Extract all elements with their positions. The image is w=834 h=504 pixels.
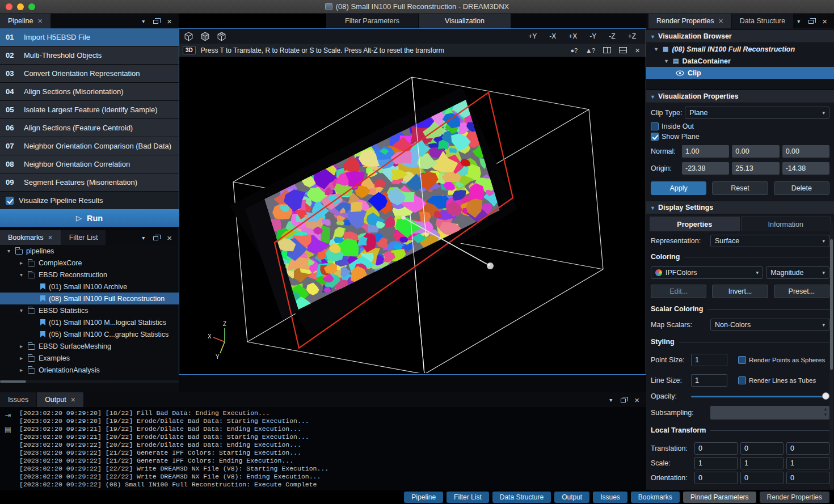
- orientation-x-field[interactable]: 0: [694, 472, 738, 484]
- tab-bookmarks[interactable]: Bookmarks ×: [0, 230, 61, 245]
- axis-button-minus-z[interactable]: -Z: [604, 31, 620, 41]
- statusbar-data-structure-button[interactable]: Data Structure: [492, 492, 551, 503]
- pipeline-item-02[interactable]: 02Multi-Threshold Objects: [0, 46, 179, 64]
- chevron-down-icon[interactable]: ▾: [653, 46, 659, 52]
- line-size-field[interactable]: 1: [691, 374, 727, 387]
- statusbar-filter-list-button[interactable]: Filter List: [447, 492, 489, 503]
- point-size-field[interactable]: 1: [691, 354, 727, 366]
- color-component-dropdown[interactable]: Magnitude ▾: [766, 266, 829, 279]
- close-output-tab-icon[interactable]: ×: [71, 396, 75, 404]
- spin-down-icon[interactable]: ▼: [823, 412, 828, 418]
- subsampling-spinbox[interactable]: ▲▼: [710, 406, 829, 420]
- spin-up-icon[interactable]: ▲: [823, 406, 828, 412]
- statusbar-issues-button[interactable]: Issues: [593, 492, 627, 503]
- opacity-slider[interactable]: [691, 392, 829, 400]
- axis-button-minus-x[interactable]: -X: [544, 31, 561, 41]
- origin-y-field[interactable]: 25.13: [732, 162, 779, 175]
- apply-button[interactable]: Apply: [651, 181, 706, 195]
- tab-output[interactable]: Output ×: [37, 392, 83, 407]
- camera-reset-cube-icon[interactable]: [184, 32, 193, 41]
- undock-panel-icon[interactable]: [808, 20, 814, 24]
- chevron-down-icon[interactable]: ▾: [18, 307, 24, 314]
- bookmark-node-05-small-in100-c-graphic-statistics[interactable]: (05) Small IN100 C...graphic Statistics: [0, 328, 179, 340]
- chevron-right-icon[interactable]: ▸: [18, 260, 24, 266]
- tab-display-properties[interactable]: Properties: [650, 217, 740, 231]
- map-scalars-dropdown[interactable]: Non-Colors ▾: [710, 319, 829, 331]
- bookmark-node-orientationanalysis[interactable]: ▸OrientationAnalysis: [0, 364, 179, 376]
- tab-render-properties[interactable]: Render Properties ×: [648, 14, 731, 28]
- render-lines-as-tubes-checkbox[interactable]: [738, 376, 746, 384]
- undock-panel-icon[interactable]: [621, 399, 626, 403]
- pipeline-item-04[interactable]: 04Align Sections (Misorientation): [0, 83, 179, 100]
- tab-filter-list[interactable]: Filter List: [61, 230, 106, 245]
- opacity-slider-thumb[interactable]: [822, 392, 829, 400]
- statusbar-bookmarks-button[interactable]: Bookmarks: [631, 492, 680, 503]
- bookmark-node-pipelines[interactable]: ▾pipelines: [0, 245, 179, 257]
- visualization-properties-header[interactable]: ▾ Visualization Properties: [646, 90, 834, 103]
- normal-y-field[interactable]: 0.00: [732, 145, 779, 158]
- bookmark-node-ebsd-reconstruction[interactable]: ▾EBSD Reconstruction: [0, 269, 179, 281]
- statusbar-pinned-parameters-button[interactable]: Pinned Parameters: [683, 492, 756, 503]
- panel-menu-caret-icon[interactable]: ▾: [142, 235, 145, 241]
- pipeline-item-05[interactable]: 05Isolate Largest Feature (Identify Samp…: [0, 101, 179, 118]
- close-panel-icon[interactable]: ×: [634, 396, 639, 404]
- bookmark-node-complexcore[interactable]: ▸ComplexCore: [0, 257, 179, 269]
- browser-node-pipeline[interactable]: ▾ ▦ (08) Small IN100 Full Reconstruction: [646, 43, 834, 55]
- bookmarks-horizontal-scrollbar[interactable]: [0, 380, 179, 383]
- panel-menu-caret-icon[interactable]: ▾: [797, 18, 800, 24]
- pipeline-item-08[interactable]: 08Neighbor Orientation Correlation: [0, 155, 179, 173]
- translation-y-field[interactable]: 0: [740, 442, 784, 455]
- tab-display-information[interactable]: Information: [741, 217, 831, 231]
- visualize-results-checkbox[interactable]: [6, 197, 14, 205]
- chevron-right-icon[interactable]: ▸: [18, 343, 24, 349]
- scale-x-field[interactable]: 1: [694, 457, 738, 469]
- window-close-button[interactable]: [6, 3, 12, 10]
- statusbar-pipeline-button[interactable]: Pipeline: [404, 492, 443, 503]
- close-pipeline-tab-icon[interactable]: ×: [37, 17, 42, 25]
- translation-x-field[interactable]: 0: [694, 442, 738, 455]
- axes-cube-icon[interactable]: [217, 32, 226, 41]
- bookmark-node-08-small-in100-full-reconstruction[interactable]: (08) Small IN100 Full Reconstruction: [0, 293, 179, 304]
- close-panel-icon[interactable]: ×: [167, 234, 172, 242]
- close-bookmarks-tab-icon[interactable]: ×: [48, 234, 53, 242]
- origin-z-field[interactable]: -14.38: [782, 162, 829, 175]
- orientation-z-field[interactable]: 0: [786, 472, 829, 484]
- bookmark-node-examples[interactable]: ▸Examples: [0, 352, 179, 364]
- axis-button-plus-y[interactable]: +Y: [523, 31, 542, 41]
- panel-menu-caret-icon[interactable]: ▾: [609, 397, 612, 403]
- panel-menu-caret-icon[interactable]: ▾: [142, 18, 145, 24]
- scale-z-field[interactable]: 1: [786, 457, 829, 469]
- split-horizontal-icon[interactable]: [619, 47, 627, 53]
- bookmark-node-ebsd-statistics[interactable]: ▾EBSD Statistics: [0, 304, 179, 316]
- reset-button[interactable]: Reset: [712, 181, 768, 195]
- window-minimize-button[interactable]: [17, 3, 24, 10]
- eye-visibility-icon[interactable]: [676, 70, 684, 76]
- axis-button-plus-z[interactable]: +Z: [623, 31, 641, 41]
- close-view-icon[interactable]: ×: [635, 46, 640, 54]
- camera-fit-cube-icon[interactable]: [200, 32, 210, 41]
- tab-issues[interactable]: Issues: [0, 392, 36, 407]
- console-log[interactable]: ⇥ ▤ [2023:02:20 09:29:20] [18/22] Fill B…: [0, 407, 646, 490]
- bookmark-node-ebsd-surfacemeshing[interactable]: ▸EBSD SurfaceMeshing: [0, 340, 179, 352]
- preset-colormap-button[interactable]: Preset...: [774, 285, 829, 298]
- scrollbar-thumb[interactable]: [830, 239, 833, 370]
- split-vertical-icon[interactable]: [603, 47, 611, 53]
- undock-panel-icon[interactable]: [153, 20, 158, 24]
- chevron-down-icon[interactable]: ▾: [6, 248, 12, 254]
- save-log-icon[interactable]: ▤: [5, 426, 11, 433]
- close-panel-icon[interactable]: ×: [822, 17, 827, 26]
- tab-data-structure[interactable]: Data Structure: [732, 14, 794, 28]
- orientation-y-field[interactable]: 0: [740, 472, 784, 484]
- normal-z-field[interactable]: 0.00: [782, 145, 829, 158]
- inside-out-checkbox[interactable]: [651, 122, 659, 130]
- statusbar-render-properties-button[interactable]: Render Properties: [760, 492, 829, 503]
- bookmark-node-01-small-in100-m-logical-statistics[interactable]: (01) Small IN100 M...logical Statistics: [0, 316, 179, 328]
- visualization-browser-header[interactable]: ▾ Visualization Browser: [646, 29, 834, 43]
- edit-colormap-button[interactable]: Edit...: [651, 285, 706, 298]
- display-settings-header[interactable]: ▾ Display Settings: [646, 201, 834, 214]
- translation-z-field[interactable]: 0: [786, 442, 829, 455]
- close-panel-icon[interactable]: ×: [167, 17, 172, 26]
- scrollbar-thumb[interactable]: [0, 380, 26, 383]
- right-panel-scrollbar[interactable]: [829, 222, 833, 489]
- undock-panel-icon[interactable]: [153, 236, 158, 240]
